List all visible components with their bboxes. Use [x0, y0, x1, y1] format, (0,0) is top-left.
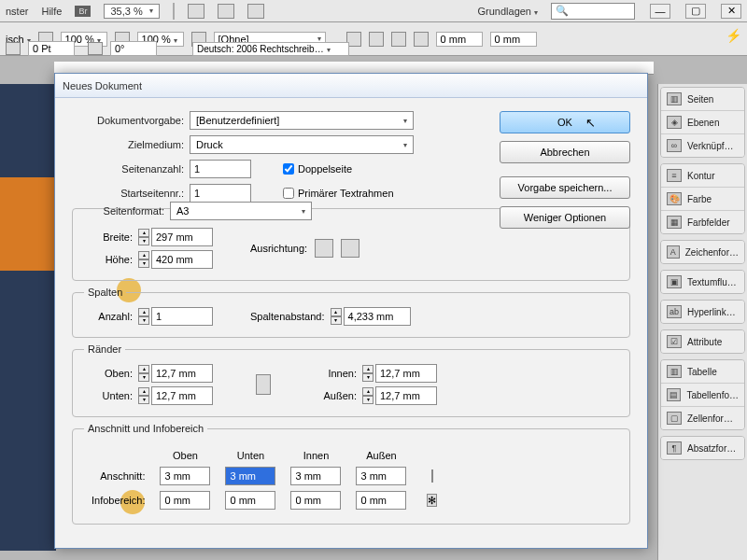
bridge-icon[interactable]: Br: [75, 6, 91, 17]
panels-column: ▥Seiten ◈Ebenen ∞Verknüpf… ≡Kontur 🎨Farb…: [657, 84, 747, 560]
panel-verknuepfungen[interactable]: ∞Verknüpf…: [661, 134, 744, 157]
legend-margins: Ränder: [84, 343, 125, 355]
align-center-icon[interactable]: [369, 32, 384, 47]
panel-zellenformate[interactable]: ▢Zellenfor…: [661, 407, 744, 429]
justify-icon[interactable]: [414, 32, 429, 47]
panel-zeichenformate[interactable]: AZeichenfor…: [661, 241, 744, 263]
slug-bottom-input[interactable]: 0 mm: [225, 491, 275, 510]
baseline-shift[interactable]: 0 Pt: [28, 41, 75, 56]
orientation-portrait-icon[interactable]: [315, 239, 333, 258]
pages-input[interactable]: 1: [190, 160, 251, 178]
workspace-select[interactable]: Grundlagen: [478, 6, 539, 17]
pageformat-select[interactable]: A3: [170, 202, 312, 220]
panel-attribute[interactable]: ☑Attribute: [661, 330, 744, 353]
hyperlink-icon: ab: [667, 305, 682, 318]
label-bottom: Unten:: [84, 390, 133, 401]
mtop-spinner[interactable]: ▴▾: [138, 365, 149, 382]
search-input[interactable]: 🔍: [551, 3, 635, 20]
legend-columns: Spalten: [84, 287, 126, 298]
label-top: Oben:: [84, 368, 133, 379]
label-slug: Infobereich:: [84, 488, 152, 512]
menubar: nster Hilfe Br 35,3 % Grundlagen 🔍 — ▢ ✕: [0, 0, 747, 22]
swatches-icon: ▦: [667, 216, 682, 229]
startpage-input[interactable]: 1: [190, 184, 251, 203]
bleed-outer-input[interactable]: 3 mm: [356, 467, 406, 485]
slug-top-input[interactable]: 0 mm: [160, 491, 210, 510]
colcount-spinner[interactable]: ▴▾: [138, 308, 149, 325]
mtop-input[interactable]: 12,7 mm: [151, 364, 213, 383]
panel-absatzformate[interactable]: ¶Absatzfor…: [661, 437, 744, 459]
table-icon: ▥: [667, 365, 682, 378]
ok-button[interactable]: OK ↖: [500, 111, 630, 133]
menu-hilfe[interactable]: Hilfe: [41, 6, 62, 17]
label-colcount: Anzahl:: [84, 311, 133, 322]
panel-ebenen[interactable]: ◈Ebenen: [661, 111, 744, 134]
facing-pages-checkbox[interactable]: Doppelseite: [283, 163, 352, 175]
panel-farbe[interactable]: 🎨Farbe: [661, 188, 744, 211]
skew[interactable]: 0°: [110, 41, 157, 56]
panel-textumfluss[interactable]: ▣Textumflu…: [661, 271, 744, 293]
quick-apply-icon[interactable]: ⚡: [726, 28, 741, 43]
slug-inner-input[interactable]: 0 mm: [290, 491, 341, 510]
language-select[interactable]: Deutsch: 2006 Rechtschreib…: [192, 42, 349, 56]
gutter-input[interactable]: 4,233 mm: [344, 307, 411, 326]
orientation-landscape-icon[interactable]: [341, 239, 359, 258]
label-height: Höhe:: [84, 254, 133, 265]
mouter-spinner[interactable]: ▴▾: [362, 387, 374, 404]
zoom-select[interactable]: 35,3 %: [104, 4, 159, 19]
screen-mode-icon[interactable]: [218, 4, 234, 19]
mbot-input[interactable]: 12,7 mm: [151, 386, 213, 405]
maximize-button[interactable]: ▢: [685, 4, 706, 19]
col-aussen: Außen: [348, 447, 414, 464]
width-input[interactable]: 297 mm: [151, 228, 213, 246]
minner-spinner[interactable]: ▴▾: [362, 365, 374, 382]
close-button[interactable]: ✕: [721, 4, 741, 19]
panel-farbfelder[interactable]: ▦Farbfelder: [661, 211, 744, 233]
intent-select[interactable]: Druck: [190, 135, 414, 154]
label-orientation: Ausrichtung:: [250, 243, 307, 254]
panel-seiten[interactable]: ▥Seiten: [661, 88, 744, 111]
height-input[interactable]: 420 mm: [151, 250, 213, 269]
label-bleed: Anschnitt:: [84, 464, 152, 488]
panel-hyperlinks[interactable]: abHyperlink…: [661, 301, 744, 323]
indent-left[interactable]: 0 mm: [436, 32, 483, 47]
color-icon: 🎨: [667, 192, 682, 205]
panel-tabellenformate[interactable]: ▤Tabellenfo…: [661, 384, 744, 407]
panel-tabelle[interactable]: ▥Tabelle: [661, 360, 744, 384]
dialog-title: Neues Dokument: [55, 74, 647, 98]
mbot-spinner[interactable]: ▴▾: [138, 387, 149, 404]
gutter-spinner[interactable]: ▴▾: [331, 308, 342, 325]
bleed-top-input[interactable]: 3 mm: [160, 467, 210, 485]
label-preset: Dokumentvorgabe:: [72, 115, 184, 126]
col-unten: Unten: [218, 447, 283, 464]
label-startpage: Startseitennr.:: [72, 188, 184, 199]
align-right-icon[interactable]: [391, 32, 406, 47]
bleed-inner-input[interactable]: 3 mm: [290, 467, 341, 485]
indent-right[interactable]: 0 mm: [490, 32, 537, 47]
label-pageformat: Seitenformat:: [78, 205, 164, 217]
pages-icon: ▥: [667, 92, 682, 105]
menu-fenster[interactable]: nster: [6, 6, 28, 17]
view-options-icon[interactable]: [188, 4, 204, 19]
mouter-input[interactable]: 12,7 mm: [375, 386, 437, 405]
save-preset-button[interactable]: Vorgabe speichern...: [500, 176, 630, 199]
minner-input[interactable]: 12,7 mm: [375, 364, 437, 383]
minimize-button[interactable]: —: [650, 4, 670, 19]
primary-textframe-checkbox[interactable]: Primärer Textrahmen: [283, 188, 394, 199]
link-margins-icon[interactable]: [256, 374, 271, 395]
width-spinner[interactable]: ▴▾: [138, 229, 149, 245]
layers-icon: ◈: [667, 116, 682, 129]
arrange-icon[interactable]: [247, 4, 264, 19]
cancel-button[interactable]: Abbrechen: [500, 141, 630, 163]
height-spinner[interactable]: ▴▾: [138, 251, 149, 268]
fewer-options-button[interactable]: Weniger Optionen: [500, 206, 630, 229]
paraformat-icon: ¶: [667, 441, 682, 455]
link-slug-icon[interactable]: ✻: [427, 494, 437, 507]
textwrap-icon: ▣: [667, 275, 682, 288]
colcount-input[interactable]: 1: [151, 307, 213, 326]
slug-outer-input[interactable]: 0 mm: [356, 491, 406, 510]
link-bleed-icon[interactable]: [431, 469, 433, 483]
preset-select[interactable]: [Benutzerdefiniert]: [190, 111, 414, 130]
panel-kontur[interactable]: ≡Kontur: [661, 164, 744, 188]
bleed-bottom-input[interactable]: 3 mm: [225, 467, 275, 485]
